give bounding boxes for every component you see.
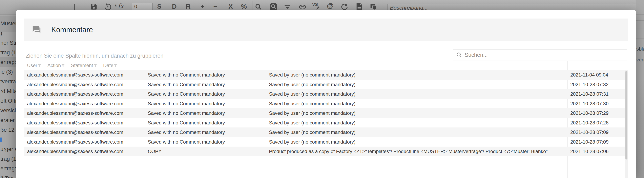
table-row[interactable]: alexander.plessmann@saxess-software.com … xyxy=(24,118,628,128)
table-row[interactable]: alexander.plessmann@saxess-software.com … xyxy=(24,89,628,99)
s-button[interactable]: S xyxy=(157,2,161,11)
cell-action: Saved with no Comment mandatory xyxy=(145,137,266,147)
cell-date: 2021-10-28 07:06 xyxy=(568,147,628,156)
filter-icon[interactable] xyxy=(283,3,292,11)
cell-statement: Product produced as a copy of Factory <Z… xyxy=(266,147,568,156)
cell-date: 2021-10-28 07:09 xyxy=(568,137,628,147)
formula-button[interactable]: ▲fx xyxy=(118,2,124,9)
cell-action: Saved with no Comment mandatory xyxy=(145,127,266,137)
background-text-fragment: verd xyxy=(636,57,644,63)
document-icon[interactable] xyxy=(355,3,363,11)
dialog-title: Kommentare xyxy=(51,26,93,34)
cell-date: 2021-10-28 07:32 xyxy=(568,80,628,89)
cell-statement: Saved by user (no comment mandatory) xyxy=(266,70,568,80)
cell-user: alexander.plessmann@saxess-software.com xyxy=(24,147,145,156)
cell-user: alexander.plessmann@saxess-software.com xyxy=(24,89,145,99)
cell-user: alexander.plessmann@saxess-software.com xyxy=(24,80,145,89)
group-by-hint: Ziehen Sie eine Spalte hierhin, um danac… xyxy=(26,53,163,59)
vertical-scrollbar[interactable] xyxy=(625,70,628,178)
search-input[interactable] xyxy=(464,50,627,60)
cell-user: alexander.plessmann@saxess-software.com xyxy=(24,137,145,147)
cell-statement: Saved by user (no comment mandatory) xyxy=(266,89,568,99)
cell-action: Saved with no Comment mandatory xyxy=(145,70,266,80)
cell-date: 2021-10-28 07:09 xyxy=(568,127,628,137)
x-button[interactable]: X xyxy=(228,2,233,11)
search-icon[interactable] xyxy=(254,3,262,11)
table-row[interactable]: alexander.plessmann@saxess-software.com … xyxy=(24,80,628,89)
cell-statement: Saved by user (no comment mandatory) xyxy=(266,137,568,147)
dialog-header: Kommentare xyxy=(24,18,628,41)
minus-button[interactable]: − xyxy=(214,2,217,11)
plus-button[interactable]: + xyxy=(201,2,204,11)
value-input[interactable] xyxy=(132,3,153,10)
d-button[interactable]: D xyxy=(172,2,176,11)
filter-funnel-icon[interactable] xyxy=(93,63,98,68)
save-icon[interactable] xyxy=(90,3,98,11)
search-filled-icon[interactable] xyxy=(270,3,278,11)
refresh-icon[interactable] xyxy=(340,3,348,11)
search-icon xyxy=(456,52,462,58)
column-header[interactable]: Statement xyxy=(68,61,100,70)
background-text-fragment: sblat xyxy=(636,46,644,52)
cell-date: 2021-10-28 07:30 xyxy=(568,99,628,108)
cell-action: Saved with no Comment mandatory xyxy=(145,89,266,99)
table-row[interactable]: alexander.plessmann@saxess-software.com … xyxy=(24,99,628,108)
cell-date: 2021-10-28 07:29 xyxy=(568,108,628,118)
cell-user: alexander.plessmann@saxess-software.com xyxy=(24,127,145,137)
screen: ▲fx S D R + − X % VS @ xyxy=(0,0,644,178)
cell-user: alexander.plessmann@saxess-software.com xyxy=(24,99,145,108)
drag-handle-icon[interactable] xyxy=(74,4,77,10)
link-icon[interactable] xyxy=(298,3,306,11)
cell-date: 2021-10-28 07:31 xyxy=(568,89,628,99)
cell-action: Saved with no Comment mandatory xyxy=(145,108,266,118)
cell-user: alexander.plessmann@saxess-software.com xyxy=(24,70,145,80)
percent-button[interactable]: % xyxy=(241,2,247,11)
cell-action: Saved with no Comment mandatory xyxy=(145,118,266,128)
column-header[interactable]: User xyxy=(24,61,45,70)
cell-statement: Saved by user (no comment mandatory) xyxy=(266,80,568,89)
cell-action: Saved with no Comment mandatory xyxy=(145,99,266,108)
cell-user: alexander.plessmann@saxess-software.com xyxy=(24,108,145,118)
comment-page-icon[interactable] xyxy=(369,3,377,11)
table-header-row: User Action Statement Date xyxy=(24,61,628,70)
table-row[interactable]: alexander.plessmann@saxess-software.com … xyxy=(24,147,628,156)
caret-up-icon: ▲ xyxy=(115,4,117,7)
comments-icon xyxy=(32,25,41,34)
column-header[interactable]: Action xyxy=(45,61,68,70)
mention-icon[interactable]: @ xyxy=(327,1,334,9)
filter-funnel-icon[interactable] xyxy=(61,63,65,68)
table-body: alexander.plessmann@saxess-software.com … xyxy=(24,70,628,156)
cell-action: Saved with no Comment mandatory xyxy=(145,80,266,89)
background-right-panel: sblat verd xyxy=(636,0,644,178)
table-row[interactable]: alexander.plessmann@saxess-software.com … xyxy=(24,127,628,137)
filter-funnel-icon[interactable] xyxy=(113,63,118,68)
cell-statement: Saved by user (no comment mandatory) xyxy=(266,108,568,118)
cell-user: alexander.plessmann@saxess-software.com xyxy=(24,118,145,128)
comments-dialog: Kommentare Ziehen Sie eine Spalte hierhi… xyxy=(16,10,636,178)
cell-statement: Saved by user (no comment mandatory) xyxy=(266,99,568,108)
search-box xyxy=(453,50,627,60)
cell-action: COPY xyxy=(145,147,266,156)
filter-funnel-icon[interactable] xyxy=(37,63,42,68)
table-row[interactable]: alexander.plessmann@saxess-software.com … xyxy=(24,137,628,147)
column-header[interactable]: Date xyxy=(100,61,121,70)
cell-statement: Saved by user (no comment mandatory) xyxy=(266,127,568,137)
cell-date: 2021-10-28 07:28 xyxy=(568,118,628,128)
undo-history-icon[interactable] xyxy=(104,3,112,11)
cell-statement: Saved by user (no comment mandatory) xyxy=(266,118,568,128)
cell-date: 2021-11-04 09:04 xyxy=(568,70,628,80)
table-row[interactable]: alexander.plessmann@saxess-software.com … xyxy=(24,70,628,80)
r-button[interactable]: R xyxy=(186,2,190,11)
table-row[interactable]: alexander.plessmann@saxess-software.com … xyxy=(24,108,628,118)
scrollbar-thumb[interactable] xyxy=(626,71,628,160)
